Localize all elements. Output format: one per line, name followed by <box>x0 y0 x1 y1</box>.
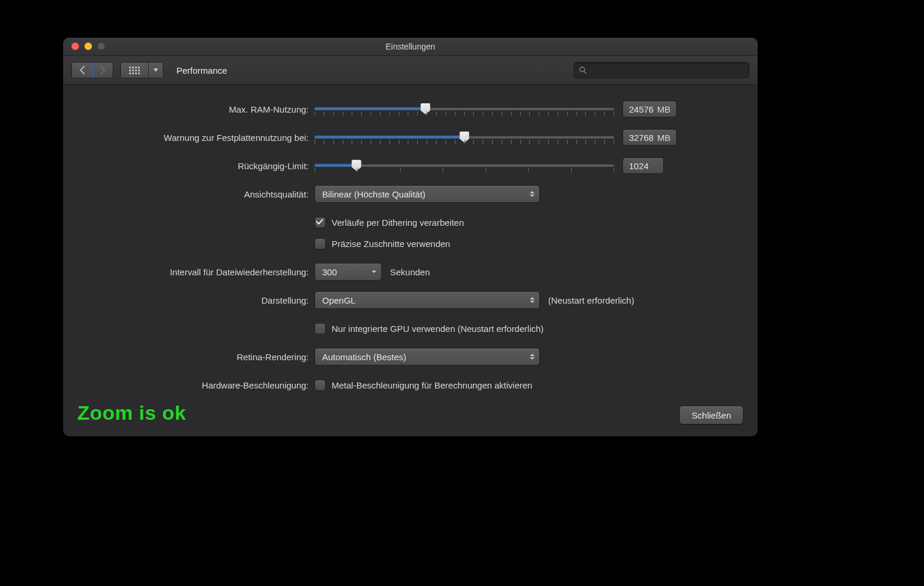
preferences-window: Einstellungen Performance <box>63 38 758 436</box>
stepper-icon <box>530 354 535 360</box>
nav-back-forward <box>71 62 113 78</box>
disk-value-field[interactable]: 32768 MB <box>622 129 677 146</box>
close-button-label: Schließen <box>692 410 731 420</box>
section-menu-button[interactable] <box>148 62 163 78</box>
ram-value: 24576 <box>629 104 654 114</box>
recovery-interval-select[interactable]: 300 <box>314 263 382 281</box>
disk-value: 32768 <box>629 133 654 143</box>
annotation-text: Zoom is ok <box>77 401 186 424</box>
view-quality-value: Bilinear (Höchste Qualität) <box>322 189 425 199</box>
display-select[interactable]: OpenGL <box>314 291 540 309</box>
display-hint: (Neustart erforderlich) <box>548 295 634 305</box>
window-title: Einstellungen <box>63 38 758 55</box>
preferences-body: Max. RAM-Nutzung: 24576 MB Warnung zur F… <box>63 84 758 436</box>
svg-line-1 <box>584 71 586 73</box>
precise-clip-label: Präzise Zuschnitte verwenden <box>332 239 450 249</box>
grid-icon <box>129 67 140 74</box>
precise-clip-checkbox[interactable] <box>314 238 326 249</box>
search-field[interactable] <box>574 62 749 78</box>
integrated-gpu-label: Nur integrierte GPU verwenden (Neustart … <box>332 324 543 334</box>
undo-value-field[interactable]: 1024 <box>622 157 664 174</box>
dither-label: Verläufe per Dithering verarbeiten <box>332 218 464 228</box>
triangle-down-icon <box>372 271 376 273</box>
back-button[interactable] <box>72 62 92 78</box>
metal-accel-checkbox[interactable] <box>314 380 326 391</box>
undo-value: 1024 <box>629 161 648 171</box>
retina-label: Retina-Rendering: <box>63 352 314 362</box>
forward-button <box>92 62 113 78</box>
retina-value: Automatisch (Bestes) <box>322 352 407 362</box>
titlebar: Einstellungen <box>63 38 758 56</box>
disk-unit: MB <box>657 133 671 143</box>
chevron-right-icon <box>100 66 106 74</box>
disk-label: Warnung zur Festplattennutzung bei: <box>63 133 314 143</box>
stepper-icon <box>530 297 535 303</box>
show-all-button[interactable] <box>121 62 148 78</box>
search-input[interactable] <box>591 65 744 75</box>
retina-select[interactable]: Automatisch (Bestes) <box>314 348 540 366</box>
view-quality-label: Ansichtsqualität: <box>63 189 314 199</box>
display-label: Darstellung: <box>63 295 314 305</box>
footer: Zoom is ok Schließen <box>63 392 758 436</box>
ram-value-field[interactable]: 24576 MB <box>622 101 677 117</box>
dither-checkbox[interactable] <box>314 217 326 228</box>
recovery-unit: Sekunden <box>390 267 430 277</box>
triangle-down-icon <box>153 68 158 72</box>
view-quality-select[interactable]: Bilinear (Höchste Qualität) <box>314 185 540 203</box>
hwaccel-label: Hardware-Beschleunigung: <box>63 380 314 390</box>
ram-label: Max. RAM-Nutzung: <box>63 104 314 114</box>
show-all-button-group <box>120 62 163 78</box>
recovery-label: Intervall für Dateiwiederherstellung: <box>63 267 314 277</box>
undo-slider[interactable] <box>314 157 614 174</box>
search-icon <box>579 66 587 74</box>
ram-slider[interactable] <box>314 101 614 117</box>
metal-accel-label: Metal-Beschleunigung für Berechnungen ak… <box>332 380 532 390</box>
stepper-icon <box>530 191 535 197</box>
chevron-left-icon <box>79 66 86 74</box>
section-title: Performance <box>176 65 227 75</box>
ram-unit: MB <box>657 104 671 114</box>
display-value: OpenGL <box>322 295 356 305</box>
recovery-value: 300 <box>322 267 337 277</box>
integrated-gpu-checkbox[interactable] <box>314 323 326 334</box>
undo-label: Rückgängig-Limit: <box>63 161 314 171</box>
disk-slider[interactable] <box>314 129 614 146</box>
close-button[interactable]: Schließen <box>679 406 743 424</box>
toolbar: Performance <box>63 56 758 85</box>
